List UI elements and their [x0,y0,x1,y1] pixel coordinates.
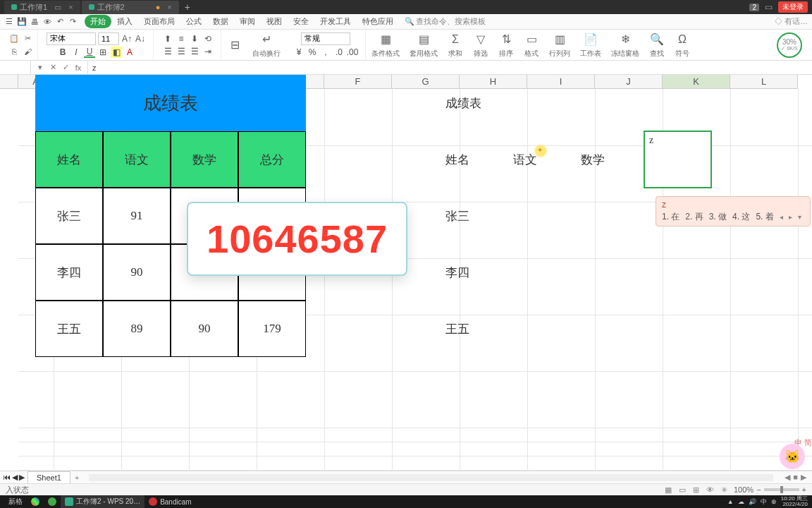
header-chinese[interactable]: 语文 [103,131,171,188]
column-header[interactable]: I [527,75,595,88]
menu-data[interactable]: 数据 [207,15,234,28]
wrap-icon[interactable]: ↵ [259,32,274,47]
currency-icon[interactable]: ¥ [293,47,304,58]
doc-tab-1[interactable]: 工作簿1 ▭ × [4,1,80,14]
tab-restore-icon[interactable]: ▭ [54,3,61,12]
cell-chinese-1[interactable]: 91 [103,188,171,244]
copy-header-chinese[interactable]: 语文 [509,131,577,188]
menu-search[interactable]: 🔍 查找命令、搜索模板 [405,16,486,27]
taskbar-browser[interactable] [27,495,44,508]
align-center-icon[interactable]: ☰ [176,46,187,57]
column-header[interactable]: J [595,75,663,88]
view-normal-icon[interactable]: ▦ [663,485,673,495]
sheet-icon[interactable]: 📄 [583,32,598,47]
font-size-select[interactable] [98,32,119,45]
preview-icon[interactable]: 👁 [42,17,52,27]
align-left-icon[interactable]: ☰ [162,46,173,57]
sum-icon[interactable]: Σ [448,32,463,47]
tray-icon[interactable]: ⊕ [771,498,777,505]
fill-color-icon[interactable]: ◧ [111,47,122,58]
view-break-icon[interactable]: ⊞ [691,485,701,495]
ime-next-icon[interactable]: ▸ [789,213,792,221]
header-math[interactable]: 数学 [171,131,238,188]
close-icon[interactable]: × [68,3,73,11]
tray-icon[interactable]: ▲ [727,498,734,505]
column-header[interactable]: K [663,75,730,88]
add-sheet-button[interactable]: + [70,473,83,482]
cond-format-icon[interactable]: ▦ [378,32,393,47]
align-right-icon[interactable]: ☰ [189,46,200,57]
menu-insert[interactable]: 插入 [111,15,138,28]
sheet-tab[interactable]: Sheet1 [27,471,70,483]
save-icon[interactable]: 💾 [17,17,27,27]
zoom-out-icon[interactable]: − [756,485,761,494]
active-cell[interactable]: z [644,131,712,188]
redo-icon[interactable]: ↷ [68,17,78,27]
copy-header-math[interactable]: 数学 [577,131,644,188]
horizontal-scrollbar[interactable] [89,474,773,481]
taskbar-wps[interactable]: 工作簿2 - WPS 20… [61,495,144,508]
underline-button[interactable]: U [84,47,95,58]
sheet-nav-prev-icon[interactable]: ◀ [12,473,18,482]
increase-font-icon[interactable]: A↑ [121,33,133,44]
ime-cand-2[interactable]: 2. 再 [685,211,703,223]
cell-name-1[interactable]: 张三 [35,188,103,244]
copy-name-2[interactable]: 李四 [441,244,509,301]
menu-start[interactable]: 开始 [85,15,111,28]
notif-badge[interactable]: 2 [749,4,759,11]
taskbar-clock[interactable]: 10:20 周三 2022/4/20 [781,496,808,507]
name-box[interactable] [0,61,31,74]
tray-icon[interactable]: ☁ [738,498,744,505]
select-all-corner[interactable] [0,75,18,88]
cell-chinese-3[interactable]: 89 [103,301,171,357]
copy-name-1[interactable]: 张三 [441,188,509,244]
menu-icon[interactable]: ☰ [4,17,14,27]
symbol-icon[interactable]: Ω [675,32,690,47]
reading-icon[interactable]: 👁 [706,485,715,495]
taskbar-app[interactable] [44,495,61,508]
confirm-icon[interactable]: ✓ [61,63,70,72]
taskbar-item[interactable]: 新格 [4,495,27,508]
menu-security[interactable]: 安全 [288,15,314,28]
format-painter-icon[interactable]: 🖌 [22,46,33,57]
italic-button[interactable]: I [70,47,82,58]
cell-name-3[interactable]: 王五 [35,301,103,357]
column-header[interactable]: L [730,75,798,88]
zoom-control[interactable]: 100% − + [734,485,806,494]
find-icon[interactable]: 🔍 [649,32,665,47]
ime-cand-4[interactable]: 4. 这 [732,211,750,223]
scroll-thumb-icon[interactable]: ■ [793,473,798,482]
paste-icon[interactable]: 📋 [8,33,20,44]
align-bottom-icon[interactable]: ⬇ [189,33,200,44]
ime-menu-icon[interactable]: ▾ [798,213,801,221]
doc-tab-2[interactable]: 工作簿2 ● × [82,1,179,14]
cell-total-3[interactable]: 179 [238,301,306,357]
window-restore-icon[interactable]: ▭ [765,2,773,12]
settings-icon[interactable]: ✳ [720,485,730,495]
menu-feedback[interactable]: ◇ 有话… [775,16,808,27]
login-badge[interactable]: 未登录 [778,1,808,13]
tray-ime-icon[interactable]: 中 [761,497,767,507]
ime-cand-3[interactable]: 3. 做 [709,211,727,223]
freeze-icon[interactable]: ❄ [617,32,633,47]
zoom-slider[interactable] [764,488,799,491]
copy-icon[interactable]: ⎘ [8,46,20,57]
ime-cand-5[interactable]: 5. 着 [756,211,773,223]
cell-chinese-2[interactable]: 90 [103,244,171,301]
sheet-nav-next-icon[interactable]: ▶ [19,473,25,482]
scroll-left-icon[interactable]: ◀ [785,473,790,482]
taskbar-bandicam[interactable]: Bandicam [144,495,195,508]
table-format-icon[interactable]: ▤ [416,32,431,47]
menu-formula[interactable]: 公式 [180,15,207,28]
close-icon[interactable]: × [167,3,171,11]
dropdown-icon[interactable]: ▾ [35,63,45,72]
decrease-font-icon[interactable]: A↓ [135,33,146,44]
align-middle-icon[interactable]: ≡ [176,33,187,44]
comma-icon[interactable]: , [320,47,331,58]
mascot-icon[interactable]: 🐱 [780,444,805,469]
spreadsheet-grid[interactable]: ABCDEFGHIJKL 成绩表 姓名 语文 数学 总分 张三 91 李四 90… [0,75,812,508]
merge-icon[interactable]: ⊟ [227,37,242,53]
formula-input[interactable]: z [88,64,812,72]
menu-dev-tools[interactable]: 开发工具 [314,15,357,28]
menu-page-layout[interactable]: 页面布局 [138,15,180,28]
